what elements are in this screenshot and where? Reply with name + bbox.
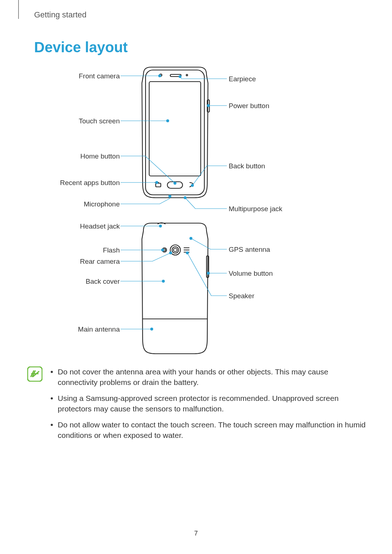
svg-point-33 (162, 280, 165, 283)
page-title: Device layout (34, 39, 128, 56)
back-view (62, 223, 327, 357)
svg-point-19 (191, 184, 194, 187)
front-view (62, 67, 327, 212)
note-item-protector: Using a Samsung-approved screen protecto… (49, 393, 370, 414)
page-number: 7 (0, 530, 392, 537)
label-flash: Flash (103, 246, 120, 254)
svg-point-16 (179, 75, 181, 78)
section-header: Getting started (34, 10, 86, 20)
label-touch-screen: Touch screen (79, 117, 120, 125)
label-earpiece: Earpiece (229, 75, 256, 83)
page: Getting started Device layout (0, 0, 392, 554)
svg-point-31 (169, 251, 172, 254)
label-volume-button: Volume button (229, 270, 273, 278)
svg-point-36 (189, 237, 192, 240)
label-multi-jack: Multipurpose jack (229, 205, 282, 213)
label-microphone: Microphone (84, 200, 120, 208)
svg-point-11 (166, 119, 169, 122)
label-back-cover: Back cover (86, 278, 120, 286)
device-diagram: Front camera Touch screen Home button Re… (62, 67, 327, 357)
note-box: Do not cover the antenna area with your … (27, 366, 370, 446)
svg-point-30 (161, 249, 164, 251)
svg-point-9 (158, 74, 161, 77)
svg-point-15 (168, 195, 171, 198)
svg-point-14 (155, 181, 158, 184)
label-rear-camera: Rear camera (80, 258, 120, 266)
note-list: Do not cover the antenna area with your … (49, 366, 370, 446)
phone-back-icon (142, 223, 209, 354)
label-back-button: Back button (229, 162, 265, 170)
note-item-antenna: Do not cover the antenna area with your … (49, 366, 370, 388)
label-front-camera: Front camera (79, 72, 120, 80)
svg-point-20 (184, 196, 187, 199)
label-power-button: Power button (229, 102, 269, 110)
note-item-water: Do not allow water to contact the touch … (49, 419, 370, 441)
label-speaker: Speaker (229, 292, 254, 300)
svg-point-12 (173, 182, 176, 185)
label-recent-apps: Recent apps button (60, 179, 120, 187)
label-main-antenna: Main antenna (78, 325, 120, 333)
svg-point-38 (207, 272, 210, 275)
svg-point-18 (207, 104, 210, 107)
label-gps-antenna: GPS antenna (229, 246, 270, 254)
svg-point-39 (186, 251, 189, 254)
note-icon (27, 366, 42, 382)
svg-point-35 (150, 328, 153, 331)
svg-point-28 (159, 225, 162, 227)
label-headset-jack: Headset jack (80, 222, 120, 230)
header-rule (18, 0, 19, 19)
label-home-button: Home button (80, 152, 120, 160)
phone-front-icon (142, 67, 209, 198)
